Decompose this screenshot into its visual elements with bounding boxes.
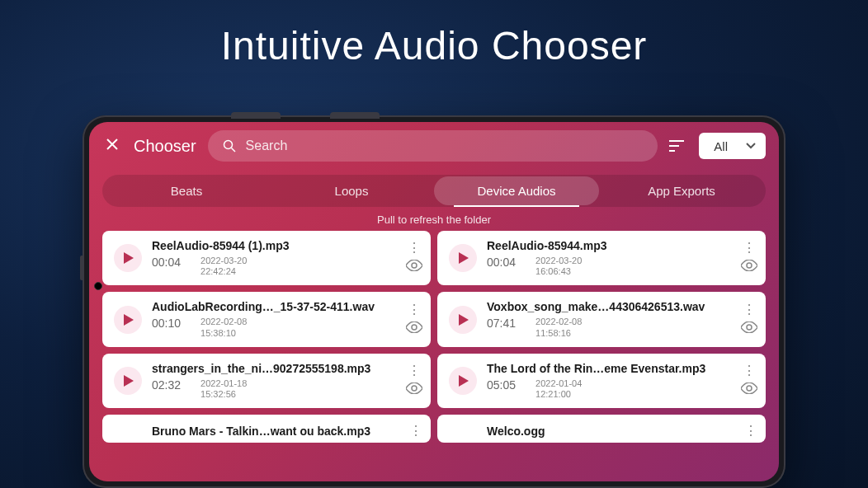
tab-loops[interactable]: Loops <box>269 176 434 205</box>
file-card[interactable]: Bruno Mars - Talkin…want ou back.mp3 ⋮ <box>102 415 431 443</box>
preview-button[interactable] <box>741 260 757 274</box>
svg-point-1 <box>412 263 417 268</box>
preview-button[interactable] <box>406 382 422 397</box>
file-name: AudioLabRecording…_15-37-52-411.wav <box>152 300 396 313</box>
file-content: ReelAudio-85944.mp3 00:04 2022-03-2016:0… <box>487 239 731 277</box>
file-name: Welco.ogg <box>487 425 734 438</box>
file-date: 2022-02-08 <box>535 317 582 327</box>
preview-button[interactable] <box>741 382 757 397</box>
file-time: 16:06:43 <box>535 266 582 277</box>
search-input[interactable]: Search <box>208 130 658 162</box>
device-notch <box>231 112 281 119</box>
file-time: 15:32:56 <box>200 389 247 400</box>
eye-icon <box>741 321 757 333</box>
play-button[interactable] <box>449 306 477 334</box>
more-button[interactable]: ⋮ <box>409 425 422 438</box>
file-name: Bruno Mars - Talkin…want ou back.mp3 <box>152 425 399 438</box>
file-time: 15:38:10 <box>200 328 247 339</box>
file-card[interactable]: The Lord of the Rin…eme Evenstar.mp3 05:… <box>437 354 766 408</box>
file-content: Welco.ogg <box>487 425 734 438</box>
hero-title: Intuitive Audio Chooser <box>0 23 868 68</box>
play-icon <box>459 314 469 326</box>
svg-point-6 <box>747 386 752 391</box>
file-time: 11:58:16 <box>535 328 582 339</box>
file-date: 2022-02-08 <box>200 317 247 327</box>
more-button[interactable]: ⋮ <box>408 303 421 317</box>
tab-app-exports[interactable]: App Exports <box>599 176 764 205</box>
file-time: 22:42:24 <box>200 266 247 277</box>
file-duration: 05:05 <box>487 378 516 400</box>
search-placeholder: Search <box>246 138 288 153</box>
file-card[interactable]: Welco.ogg ⋮ <box>437 415 766 443</box>
tab-beats[interactable]: Beats <box>104 176 269 205</box>
file-content: The Lord of the Rin…eme Evenstar.mp3 05:… <box>487 362 731 400</box>
more-button[interactable]: ⋮ <box>744 425 757 438</box>
more-button[interactable]: ⋮ <box>743 364 756 378</box>
file-duration: 00:10 <box>152 317 181 338</box>
file-date: 2022-03-20 <box>200 256 247 266</box>
file-duration: 07:41 <box>487 317 516 338</box>
tabs: Beats Loops Device Audios App Exports <box>102 175 766 207</box>
topbar: Chooser Search All <box>89 122 779 170</box>
svg-point-3 <box>412 325 417 330</box>
close-icon <box>106 138 119 151</box>
file-duration: 00:04 <box>152 256 181 277</box>
svg-point-4 <box>747 325 752 330</box>
preview-button[interactable] <box>741 321 757 336</box>
filter-value: All <box>714 139 728 153</box>
eye-icon <box>406 321 422 333</box>
file-date: 2022-01-04 <box>535 378 582 389</box>
filter-select[interactable]: All <box>699 133 766 159</box>
sort-button[interactable] <box>669 139 687 152</box>
play-button[interactable] <box>114 306 142 334</box>
file-name: Voxbox_song_make…44306426513.wav <box>487 300 731 313</box>
file-card[interactable]: ReelAudio-85944.mp3 00:04 2022-03-2016:0… <box>437 231 766 285</box>
play-icon <box>124 314 134 326</box>
svg-point-0 <box>224 141 232 149</box>
play-button[interactable] <box>449 244 477 272</box>
file-grid: ReelAudio-85944 (1).mp3 00:04 2022-03-20… <box>89 231 779 443</box>
preview-button[interactable] <box>406 260 422 274</box>
refresh-hint: Pull to refresh the folder <box>89 214 779 226</box>
file-date: 2022-03-20 <box>535 256 582 266</box>
eye-icon <box>741 382 757 394</box>
camera-hole <box>94 282 102 290</box>
play-icon <box>124 375 134 387</box>
search-icon <box>223 139 236 152</box>
device-side-button <box>80 256 83 280</box>
file-card[interactable]: strangers_in_the_ni…90272555198.mp3 02:3… <box>102 354 431 408</box>
file-name: The Lord of the Rin…eme Evenstar.mp3 <box>487 362 731 375</box>
file-card[interactable]: AudioLabRecording…_15-37-52-411.wav 00:1… <box>102 292 431 346</box>
file-content: AudioLabRecording…_15-37-52-411.wav 00:1… <box>152 300 396 338</box>
file-card[interactable]: ReelAudio-85944 (1).mp3 00:04 2022-03-20… <box>102 231 431 285</box>
device-notch <box>330 112 380 119</box>
screen: Chooser Search All Beats Loops Device Au… <box>89 122 779 481</box>
chevron-down-icon <box>746 143 756 149</box>
play-icon <box>459 375 469 387</box>
more-button[interactable]: ⋮ <box>408 364 421 378</box>
more-button[interactable]: ⋮ <box>408 242 421 255</box>
play-icon <box>124 252 134 264</box>
file-card[interactable]: Voxbox_song_make…44306426513.wav 07:41 2… <box>437 292 766 346</box>
file-content: Voxbox_song_make…44306426513.wav 07:41 2… <box>487 300 731 338</box>
eye-icon <box>741 260 757 271</box>
eye-icon <box>406 382 422 394</box>
preview-button[interactable] <box>406 321 422 336</box>
play-button[interactable] <box>114 367 142 395</box>
svg-point-2 <box>747 263 752 268</box>
close-button[interactable] <box>102 138 122 155</box>
file-name: ReelAudio-85944.mp3 <box>487 239 731 252</box>
file-duration: 00:04 <box>487 256 516 277</box>
file-content: Bruno Mars - Talkin…want ou back.mp3 <box>152 425 399 438</box>
more-button[interactable]: ⋮ <box>743 303 756 317</box>
play-button[interactable] <box>449 367 477 395</box>
svg-point-5 <box>412 386 417 391</box>
play-icon <box>459 252 469 264</box>
file-time: 12:21:00 <box>535 389 582 400</box>
eye-icon <box>406 260 422 271</box>
more-button[interactable]: ⋮ <box>743 242 756 255</box>
play-button[interactable] <box>114 244 142 272</box>
file-content: strangers_in_the_ni…90272555198.mp3 02:3… <box>152 362 396 400</box>
device-frame: Chooser Search All Beats Loops Device Au… <box>83 115 785 488</box>
tab-device-audios[interactable]: Device Audios <box>434 176 599 205</box>
